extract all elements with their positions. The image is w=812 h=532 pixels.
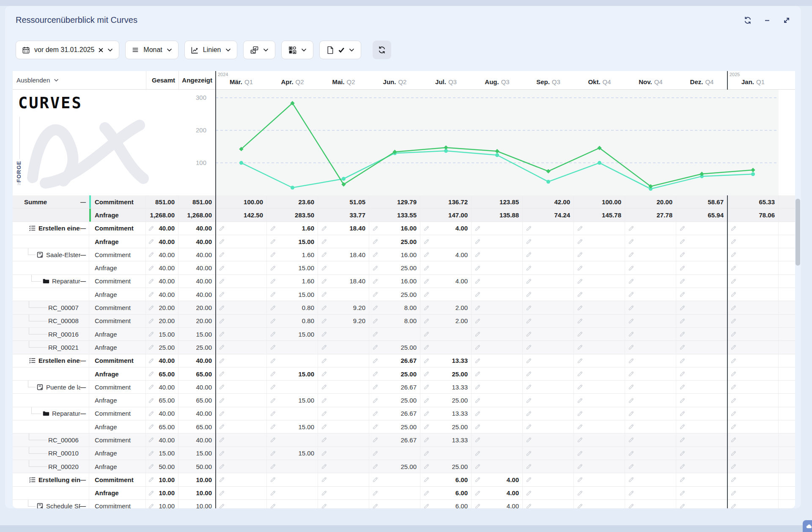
edit-pencil-icon[interactable] xyxy=(679,490,686,496)
edit-pencil-icon[interactable] xyxy=(730,477,737,483)
edit-pencil-icon[interactable] xyxy=(628,265,634,271)
edit-pencil-icon[interactable] xyxy=(423,291,430,298)
edit-pencil-icon[interactable] xyxy=(577,477,583,483)
edit-pencil-icon[interactable] xyxy=(148,357,154,364)
edit-pencil-icon[interactable] xyxy=(321,397,327,403)
edit-pencil-icon[interactable] xyxy=(423,239,430,245)
edit-pencil-icon[interactable] xyxy=(679,252,686,258)
edit-pencil-icon[interactable] xyxy=(321,490,327,496)
edit-pencil-icon[interactable] xyxy=(219,410,225,417)
edit-pencil-icon[interactable] xyxy=(423,463,430,470)
edit-pencil-icon[interactable] xyxy=(526,344,532,351)
edit-pencil-icon[interactable] xyxy=(148,503,154,508)
edit-pencil-icon[interactable] xyxy=(577,331,583,337)
edit-pencil-icon[interactable] xyxy=(270,331,276,337)
hide-dropdown[interactable]: Ausblenden xyxy=(13,71,146,89)
edit-pencil-icon[interactable] xyxy=(730,437,737,443)
edit-pencil-icon[interactable] xyxy=(423,344,430,351)
edit-pencil-icon[interactable] xyxy=(526,278,532,284)
edit-pencil-icon[interactable] xyxy=(321,225,327,231)
edit-pencil-icon[interactable] xyxy=(730,344,737,351)
edit-pencil-icon[interactable] xyxy=(372,410,379,417)
edit-pencil-icon[interactable] xyxy=(148,397,154,403)
edit-pencil-icon[interactable] xyxy=(270,477,276,483)
edit-pencil-icon[interactable] xyxy=(148,371,154,377)
edit-pencil-icon[interactable] xyxy=(679,503,686,508)
edit-pencil-icon[interactable] xyxy=(730,450,737,456)
edit-pencil-icon[interactable] xyxy=(526,357,532,364)
edit-pencil-icon[interactable] xyxy=(628,344,634,351)
edit-pencil-icon[interactable] xyxy=(526,239,532,245)
edit-pencil-icon[interactable] xyxy=(321,450,327,456)
edit-pencil-icon[interactable] xyxy=(219,424,225,430)
edit-pencil-icon[interactable] xyxy=(526,265,532,271)
edit-pencil-icon[interactable] xyxy=(423,265,430,271)
edit-pencil-icon[interactable] xyxy=(577,291,583,298)
interval-button[interactable]: Monat xyxy=(125,41,178,59)
edit-pencil-icon[interactable] xyxy=(423,450,430,456)
edit-pencil-icon[interactable] xyxy=(423,397,430,403)
edit-pencil-icon[interactable] xyxy=(270,252,276,258)
edit-pencil-icon[interactable] xyxy=(372,437,379,443)
edit-pencil-icon[interactable] xyxy=(219,252,225,258)
edit-pencil-icon[interactable] xyxy=(577,357,583,364)
edit-pencil-icon[interactable] xyxy=(321,463,327,470)
edit-pencil-icon[interactable] xyxy=(730,265,737,271)
edit-pencil-icon[interactable] xyxy=(475,503,481,508)
collapse-toggle[interactable]: — xyxy=(80,225,89,231)
edit-pencil-icon[interactable] xyxy=(270,371,276,377)
edit-pencil-icon[interactable] xyxy=(219,490,225,496)
edit-pencil-icon[interactable] xyxy=(270,357,276,364)
edit-pencil-icon[interactable] xyxy=(628,463,634,470)
edit-pencil-icon[interactable] xyxy=(270,463,276,470)
edit-pencil-icon[interactable] xyxy=(270,503,276,508)
edit-pencil-icon[interactable] xyxy=(526,384,532,390)
edit-pencil-icon[interactable] xyxy=(423,424,430,430)
edit-pencil-icon[interactable] xyxy=(148,291,154,298)
edit-pencil-icon[interactable] xyxy=(628,477,634,483)
edit-pencil-icon[interactable] xyxy=(679,463,686,470)
edit-pencil-icon[interactable] xyxy=(475,437,481,443)
edit-pencil-icon[interactable] xyxy=(270,344,276,351)
edit-pencil-icon[interactable] xyxy=(577,225,583,231)
edit-pencil-icon[interactable] xyxy=(321,477,327,483)
edit-pencil-icon[interactable] xyxy=(577,437,583,443)
edit-pencil-icon[interactable] xyxy=(423,357,430,364)
edit-pencil-icon[interactable] xyxy=(526,424,532,430)
edit-pencil-icon[interactable] xyxy=(219,265,225,271)
edit-pencil-icon[interactable] xyxy=(321,384,327,390)
chart-display-options-button[interactable] xyxy=(243,41,275,59)
edit-pencil-icon[interactable] xyxy=(270,437,276,443)
edit-pencil-icon[interactable] xyxy=(628,357,634,364)
edit-pencil-icon[interactable] xyxy=(270,239,276,245)
minimize-icon[interactable] xyxy=(763,16,771,25)
collapse-toggle[interactable]: — xyxy=(80,199,89,205)
edit-pencil-icon[interactable] xyxy=(475,239,481,245)
edit-pencil-icon[interactable] xyxy=(577,410,583,417)
edit-pencil-icon[interactable] xyxy=(526,331,532,337)
edit-pencil-icon[interactable] xyxy=(423,490,430,496)
edit-pencil-icon[interactable] xyxy=(730,225,737,231)
edit-pencil-icon[interactable] xyxy=(321,239,327,245)
edit-pencil-icon[interactable] xyxy=(526,318,532,324)
edit-pencil-icon[interactable] xyxy=(577,318,583,324)
edit-pencil-icon[interactable] xyxy=(270,265,276,271)
edit-pencil-icon[interactable] xyxy=(475,490,481,496)
edit-pencil-icon[interactable] xyxy=(628,384,634,390)
edit-pencil-icon[interactable] xyxy=(321,357,327,364)
edit-pencil-icon[interactable] xyxy=(372,331,379,337)
collapse-toggle[interactable]: — xyxy=(80,357,89,364)
edit-pencil-icon[interactable] xyxy=(475,410,481,417)
edit-pencil-icon[interactable] xyxy=(628,397,634,403)
collapse-toggle[interactable]: — xyxy=(80,278,89,284)
edit-pencil-icon[interactable] xyxy=(219,344,225,351)
edit-pencil-icon[interactable] xyxy=(628,291,634,298)
edit-pencil-icon[interactable] xyxy=(270,397,276,403)
edit-pencil-icon[interactable] xyxy=(679,410,686,417)
edit-pencil-icon[interactable] xyxy=(372,424,379,430)
edit-pencil-icon[interactable] xyxy=(423,410,430,417)
edit-pencil-icon[interactable] xyxy=(423,304,430,311)
edit-pencil-icon[interactable] xyxy=(577,490,583,496)
edit-pencil-icon[interactable] xyxy=(577,344,583,351)
edit-pencil-icon[interactable] xyxy=(730,331,737,337)
